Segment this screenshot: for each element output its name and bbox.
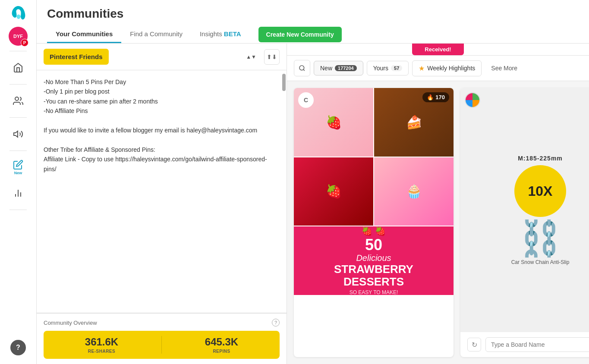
sidebar-item-analytics[interactable] xyxy=(7,182,29,204)
star-icon: ★ xyxy=(419,64,425,72)
icon-q1 xyxy=(466,93,472,100)
app-icon xyxy=(465,92,480,108)
avatar[interactable]: DYF P xyxy=(9,27,28,46)
product-desc: Car Snow Chain Anti-Slip xyxy=(511,259,570,265)
icon-q2 xyxy=(472,93,479,100)
sidebar-item-new[interactable]: New xyxy=(7,156,29,179)
overview-header: Community Overview ? xyxy=(44,319,280,326)
filter-bar: New 177204 Yours 57 ★ Weekly Highlights … xyxy=(287,56,589,81)
tab-bar: Your Communities Find a Community Insigh… xyxy=(47,26,579,43)
refresh-button[interactable]: ↻ xyxy=(467,338,481,351)
pin-image: 🍓 🍰 🍓 🧁 🍓 🍓 50 Delicious STRAWBERRY xyxy=(294,88,454,295)
icon-q4 xyxy=(472,100,479,107)
fire-icon: 🔥 xyxy=(427,94,434,100)
header: Communities Your Communities Find a Comm… xyxy=(37,0,589,44)
product-image: M:185-225mm 10X ⛓️ Car Snow Chain Anti-S… xyxy=(460,88,589,332)
sidebar-new-label: New xyxy=(14,171,22,175)
filter-tab-new[interactable]: New 177204 xyxy=(314,61,363,75)
svg-point-0 xyxy=(15,97,19,100)
reshares-value: 361.6K xyxy=(49,336,154,348)
filter-new-label: New xyxy=(320,65,332,72)
filter-yours-label: Yours xyxy=(373,65,388,72)
main-area: Communities Your Communities Find a Comm… xyxy=(37,0,589,364)
title-line1: Delicious xyxy=(334,253,413,263)
divider xyxy=(9,151,27,151)
banner-container: Received! xyxy=(287,44,589,56)
pin-card-product: M:185-225mm 10X ⛓️ Car Snow Chain Anti-S… xyxy=(460,88,589,357)
highlights-label: Weekly Highlights xyxy=(427,65,475,72)
app-logo[interactable] xyxy=(9,4,28,23)
received-banner: Received! xyxy=(412,44,464,55)
community-overview: Community Overview ? 361.6K RE-SHARES 64… xyxy=(37,313,287,364)
subtitle: SO EASY TO MAKE! xyxy=(334,289,413,295)
select-arrow-icon: ▲▼ xyxy=(246,54,256,60)
pinterest-badge: P xyxy=(21,39,28,47)
filter-tab-highlights[interactable]: ★ Weekly Highlights xyxy=(412,60,482,76)
sidebar-item-people[interactable] xyxy=(7,90,29,112)
filter-new-badge: 177204 xyxy=(335,65,357,71)
overview-help-button[interactable]: ? xyxy=(272,319,280,326)
product-visual: M:185-225mm 10X ⛓️ Car Snow Chain Anti-S… xyxy=(503,146,578,274)
food-collage: 🍓 🍰 🍓 🧁 🍓 🍓 50 Delicious STRAWBERRY xyxy=(294,88,454,295)
page-title: Communities xyxy=(47,7,579,21)
filter-yours-badge: 57 xyxy=(391,65,402,71)
content-area: Pinterest Friends ▲▼ ⬆⬇ -No More Than 5 … xyxy=(37,44,589,364)
user-avatar[interactable]: C xyxy=(298,92,314,108)
tab-find-community[interactable]: Find a Community xyxy=(121,26,191,43)
fire-badge: 🔥 170 xyxy=(422,92,449,102)
repins-value: 645.3K xyxy=(169,336,274,348)
divider xyxy=(9,51,27,51)
fire-count: 170 xyxy=(435,94,445,100)
tab-your-communities[interactable]: Your Communities xyxy=(47,26,121,43)
icon-q3 xyxy=(466,100,472,107)
community-select-wrapper: Pinterest Friends ▲▼ xyxy=(44,49,261,65)
title-line2: STRAWBERRY xyxy=(334,263,413,276)
svg-line-6 xyxy=(303,69,305,71)
tab-insights[interactable]: Insights BETA xyxy=(191,26,250,43)
collage-cell-mr: 🧁 xyxy=(374,157,454,226)
scrollbar[interactable] xyxy=(282,74,286,91)
beta-badge: BETA xyxy=(224,30,241,38)
overview-stats: 361.6K RE-SHARES 645.3K REPINS xyxy=(44,331,280,359)
stat-divider xyxy=(161,336,162,354)
left-panel: Pinterest Friends ▲▼ ⬆⬇ -No More Than 5 … xyxy=(37,44,287,364)
cards-area: C 🔥 170 🍓 🍰 🍓 🧁 xyxy=(287,81,589,364)
sidebar-item-home[interactable] xyxy=(7,56,29,79)
svg-marker-1 xyxy=(14,131,18,137)
community-select[interactable]: Pinterest Friends xyxy=(44,49,109,65)
repins-label: REPINS xyxy=(169,349,274,354)
divider xyxy=(9,210,27,210)
card-bottom: ↻ xyxy=(460,332,589,357)
see-more-button[interactable]: See More xyxy=(485,61,523,75)
product-emoji: ⛓️ xyxy=(511,221,570,256)
reshares-stat: 361.6K RE-SHARES xyxy=(49,336,154,354)
pin-card-food: C 🔥 170 🍓 🍰 🍓 🧁 xyxy=(294,88,454,357)
collage-main: 🍓 🍓 50 Delicious STRAWBERRY DESSERTS SO … xyxy=(294,226,454,295)
right-panel: Received! New 177204 Yours 57 xyxy=(287,44,589,364)
card2-header xyxy=(465,92,589,108)
navigate-arrows-button[interactable]: ⬆⬇ xyxy=(264,49,280,65)
sidebar: DYF P New xyxy=(0,0,37,364)
search-button[interactable] xyxy=(294,60,310,76)
divider xyxy=(9,84,27,85)
strawberry-text: 🍓 🍓 50 Delicious STRAWBERRY DESSERTS SO … xyxy=(334,226,413,295)
svg-point-5 xyxy=(299,66,304,70)
overview-title: Community Overview xyxy=(44,320,97,326)
big-number: 50 xyxy=(334,237,413,253)
divider xyxy=(9,117,27,118)
help-button[interactable]: ? xyxy=(10,340,26,355)
board-name-input[interactable] xyxy=(485,337,589,352)
repins-stat: 645.3K REPINS xyxy=(169,336,274,354)
create-new-community-button[interactable]: Create New Community xyxy=(258,27,342,42)
reshares-label: RE-SHARES xyxy=(49,349,154,354)
filter-tab-yours[interactable]: Yours 57 xyxy=(367,61,409,75)
collage-cell-ml: 🍓 xyxy=(294,157,373,226)
community-description: -No More Than 5 Pins Per Day -Only 1 pin… xyxy=(37,70,287,313)
community-toolbar: Pinterest Friends ▲▼ ⬆⬇ xyxy=(37,44,287,70)
sidebar-item-megaphone[interactable] xyxy=(7,123,29,145)
card-header: C 🔥 170 xyxy=(298,92,449,108)
title-line3: DESSERTS xyxy=(334,276,413,288)
